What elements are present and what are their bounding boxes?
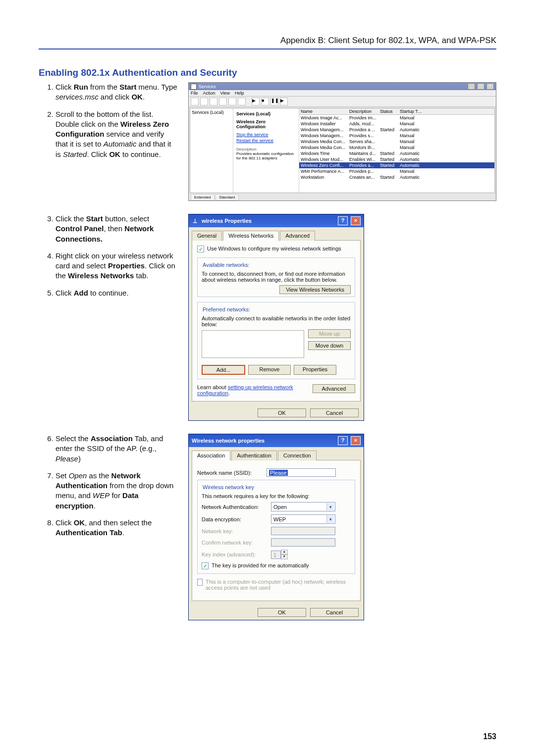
tree-root[interactable]: Services (Local) xyxy=(192,110,224,115)
advanced-button[interactable]: Advanced xyxy=(313,384,355,393)
key-index-input: 1 xyxy=(271,551,281,559)
table-row[interactable]: Wireless Zero Confi...Provides a...Start… xyxy=(299,162,494,168)
tab-standard[interactable]: Standard xyxy=(215,194,238,201)
key-auto-checkbox[interactable]: ✓ xyxy=(202,562,209,569)
tool-properties-icon[interactable] xyxy=(219,98,227,105)
add-button[interactable]: Add... xyxy=(202,365,245,375)
tool-pause-icon[interactable]: ❚❚ xyxy=(270,98,278,105)
step-8: Click OK, and then select the Authentica… xyxy=(55,518,177,538)
table-row[interactable]: Windows Managem...Provides a ...StartedA… xyxy=(299,127,494,133)
col-name[interactable]: Name xyxy=(299,108,348,114)
services-tree[interactable]: Services (Local) xyxy=(190,108,233,193)
section-title: Enabling 802.1x Authentication and Secur… xyxy=(39,67,496,78)
services-titlebar[interactable]: Services _ □ × xyxy=(189,83,496,90)
cancel-button[interactable]: Cancel xyxy=(310,408,359,417)
move-up-button[interactable]: Move up xyxy=(308,329,351,338)
use-windows-checkbox[interactable]: ✓ xyxy=(197,246,204,252)
menu-action[interactable]: Action xyxy=(203,91,215,96)
tool-play-icon[interactable]: ▶ xyxy=(252,98,260,105)
tool-icon[interactable] xyxy=(210,98,217,105)
table-row[interactable]: Windows InstallerAdds, mod...Manual xyxy=(299,121,494,127)
ok-button[interactable]: OK xyxy=(258,408,306,417)
available-networks-text: To connect to, disconnect from, or find … xyxy=(202,271,351,283)
tab-advanced[interactable]: Advanced xyxy=(280,231,315,241)
table-cell: Automatic xyxy=(398,174,424,180)
restart-service-link[interactable]: Restart the service xyxy=(236,138,296,143)
key-required-text: This network requires a key for the foll… xyxy=(202,493,351,499)
ok-button[interactable]: OK xyxy=(258,608,306,617)
table-cell: Automatic xyxy=(398,127,424,133)
tab-association[interactable]: Association xyxy=(192,451,230,460)
col-status[interactable]: Status xyxy=(378,108,398,114)
preferred-networks-list[interactable] xyxy=(202,330,304,358)
table-row[interactable]: Windows TimeMaintains d...StartedAutomat… xyxy=(299,151,494,156)
table-row[interactable]: WorkstationCreates an...StartedAutomatic xyxy=(299,174,494,180)
table-cell: Manual xyxy=(398,168,424,174)
table-cell: Manual xyxy=(398,133,424,139)
key-auto-label: The key is provided for me automatically xyxy=(212,562,309,568)
network-properties-dialog: Wireless network properties ? × Associat… xyxy=(188,434,364,620)
data-encryption-select[interactable]: WEP▾ xyxy=(271,514,335,524)
adhoc-checkbox-row[interactable]: ✓ This is a computer-to-computer (ad hoc… xyxy=(197,579,355,591)
services-menubar[interactable]: File Action View Help xyxy=(189,90,496,97)
tab-general[interactable]: General xyxy=(192,231,222,241)
services-icon xyxy=(191,84,197,90)
tool-export-icon[interactable] xyxy=(228,98,236,105)
table-row[interactable]: Windows Managem...Provides s...Manual xyxy=(299,133,494,139)
minimize-button[interactable]: _ xyxy=(468,83,475,90)
col-description[interactable]: Description xyxy=(348,108,378,114)
services-tabs[interactable]: Extended Standard xyxy=(189,194,496,201)
adhoc-checkbox[interactable]: ✓ xyxy=(197,579,203,586)
help-button[interactable]: ? xyxy=(338,216,348,225)
menu-help[interactable]: Help xyxy=(235,91,244,96)
tab-connection[interactable]: Connection xyxy=(278,451,317,460)
menu-view[interactable]: View xyxy=(220,91,230,96)
tool-restart-icon[interactable]: ▶ xyxy=(280,98,288,105)
table-cell xyxy=(378,139,398,145)
table-row[interactable]: Windows Media Con...Monitors th...Manual xyxy=(299,145,494,151)
col-startup-type[interactable]: Startup Type xyxy=(398,108,424,114)
help-button[interactable]: ? xyxy=(338,436,348,445)
tool-fwd-icon[interactable] xyxy=(200,98,208,105)
network-properties-title: Wireless network properties xyxy=(192,438,265,444)
table-header[interactable]: Name Description Status Startup Type xyxy=(299,108,494,115)
table-cell xyxy=(378,168,398,174)
use-windows-label: Use Windows to configure my wireless net… xyxy=(207,246,341,252)
tab-wireless-networks[interactable]: Wireless Networks xyxy=(223,231,279,241)
move-down-button[interactable]: Move down xyxy=(308,341,351,350)
close-button[interactable]: × xyxy=(486,83,494,90)
close-button[interactable]: × xyxy=(351,216,361,225)
tab-extended[interactable]: Extended xyxy=(191,194,214,201)
table-cell: WMI Performance A... xyxy=(299,168,348,174)
view-wireless-networks-button[interactable]: View Wireless Networks xyxy=(279,285,351,294)
key-auto-checkbox-row[interactable]: ✓ The key is provided for me automatical… xyxy=(202,562,351,569)
network-properties-titlebar[interactable]: Wireless network properties ? × xyxy=(189,434,364,447)
table-row[interactable]: WMI Performance A...Provides p...Manual xyxy=(299,168,494,174)
maximize-button[interactable]: □ xyxy=(477,83,484,90)
tool-back-icon[interactable] xyxy=(191,98,199,105)
close-button[interactable]: × xyxy=(351,436,361,445)
cancel-button[interactable]: Cancel xyxy=(310,608,359,617)
spin-down-icon: ▾ xyxy=(281,554,288,559)
table-row[interactable]: Windows User Mod...Enables Wi...StartedA… xyxy=(299,156,494,162)
use-windows-checkbox-row[interactable]: ✓ Use Windows to configure my wireless n… xyxy=(197,246,355,252)
table-cell: Provides a... xyxy=(348,162,378,168)
remove-button[interactable]: Remove xyxy=(248,365,291,375)
table-cell: Manual xyxy=(398,121,424,127)
tab-authentication[interactable]: Authentication xyxy=(231,451,277,460)
step-2: Scroll to the bottom of the list. Double… xyxy=(55,109,177,159)
table-cell: Windows Managem... xyxy=(299,133,348,139)
table-cell: Automatic xyxy=(398,151,424,156)
tool-refresh-icon[interactable] xyxy=(238,98,246,105)
table-cell: Started xyxy=(378,162,398,168)
table-cell: Windows Time xyxy=(299,151,348,156)
wireless-properties-titlebar[interactable]: ⊥ wireless Properties ? × xyxy=(189,214,364,227)
table-row[interactable]: Windows Image Ac...Provides im...Manual xyxy=(299,115,494,121)
ssid-input[interactable]: Please xyxy=(267,468,336,477)
tool-stop-icon[interactable]: ■ xyxy=(261,98,269,105)
network-auth-select[interactable]: Open▾ xyxy=(271,502,335,511)
menu-file[interactable]: File xyxy=(191,91,198,96)
properties-button[interactable]: Properties xyxy=(294,365,336,375)
table-row[interactable]: Windows Media Con...Serves sha...Manual xyxy=(299,139,494,145)
stop-service-link[interactable]: Stop the service xyxy=(236,132,296,137)
